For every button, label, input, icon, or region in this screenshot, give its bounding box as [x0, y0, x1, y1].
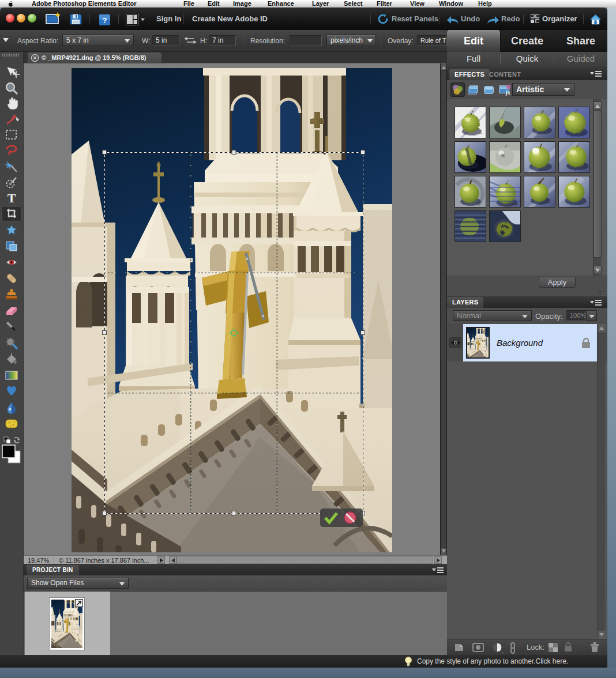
svg-text:fx: fx — [506, 90, 510, 96]
svg-text:T: T — [7, 191, 16, 205]
svg-text:?: ? — [103, 16, 107, 25]
